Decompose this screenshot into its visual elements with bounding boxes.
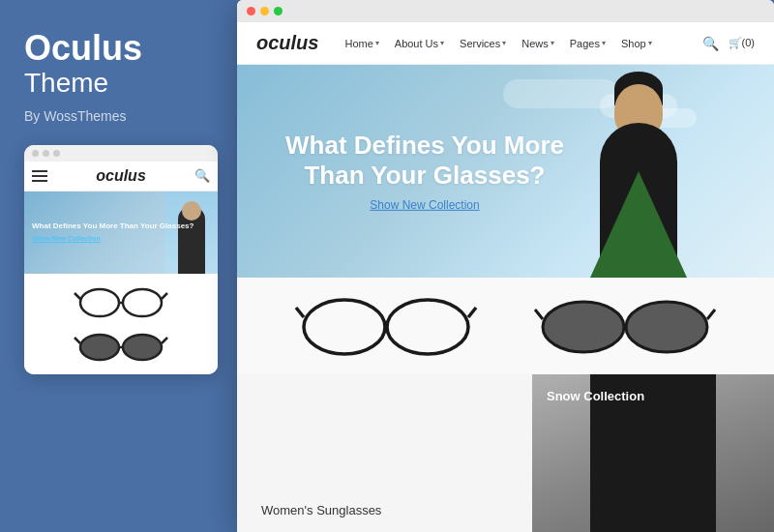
site-hero: What Defines You More Than Your Glasses?… xyxy=(237,65,774,278)
nav-services-arrow: ▾ xyxy=(502,39,506,47)
mobile-logo: oculus xyxy=(96,167,146,185)
svg-point-15 xyxy=(626,302,707,352)
svg-point-14 xyxy=(543,302,624,352)
mobile-glasses-dark-icon xyxy=(73,328,169,365)
mobile-hero: What Defines You More Than Your Glasses?… xyxy=(24,192,218,274)
mobile-hero-text: What Defines You More Than Your Glasses?… xyxy=(24,214,201,251)
mobile-glasses-1 xyxy=(34,283,208,320)
snow-collection-text: Snow Collection xyxy=(547,389,644,403)
bottom-left: Women's Sunglasses xyxy=(237,374,532,532)
nav-news-label: News xyxy=(521,38,549,49)
svg-line-8 xyxy=(74,338,80,343)
mobile-hero-heading: What Defines You More Than Your Glasses? xyxy=(32,222,194,231)
products-section xyxy=(237,278,774,374)
hamburger-icon[interactable] xyxy=(32,170,47,182)
svg-point-6 xyxy=(123,335,162,360)
left-panel: Oculus Theme By WossThemes oculus 🔍 What… xyxy=(0,0,237,532)
site-logo: oculus xyxy=(256,32,318,54)
svg-line-13 xyxy=(468,308,476,317)
brand-title: Oculus xyxy=(24,29,213,68)
hero-text-block: What Defines You More Than Your Glasses?… xyxy=(285,131,564,212)
mobile-hero-link[interactable]: Show New Collection xyxy=(32,234,194,243)
bottom-right: Snow Collection xyxy=(532,374,774,532)
svg-line-4 xyxy=(162,293,167,299)
cart-icon[interactable]: 🛒(0) xyxy=(729,37,755,49)
mobile-mockup: oculus 🔍 What Defines You More Than Your… xyxy=(24,145,218,374)
product-glasses-clear xyxy=(278,292,493,360)
nav-shop-arrow: ▾ xyxy=(648,39,652,47)
nav-about[interactable]: About Us ▾ xyxy=(388,34,451,53)
hero-link[interactable]: Show New Collection xyxy=(285,198,564,212)
svg-point-1 xyxy=(123,289,162,316)
mobile-search-icon[interactable]: 🔍 xyxy=(194,168,210,183)
browser-panel: oculus Home ▾ About Us ▾ Services ▾ News… xyxy=(237,0,774,532)
nav-home-label: Home xyxy=(344,38,372,49)
brand-by: By WossThemes xyxy=(24,108,213,124)
nav-items: Home ▾ About Us ▾ Services ▾ News ▾ Page… xyxy=(338,34,701,53)
browser-minimize-dot xyxy=(260,7,269,15)
bottom-section: Women's Sunglasses Snow Collection xyxy=(237,374,774,532)
nav-pages-label: Pages xyxy=(570,38,600,49)
nav-home-arrow: ▾ xyxy=(375,39,379,47)
nav-about-arrow: ▾ xyxy=(440,39,444,47)
mobile-dot-3 xyxy=(53,150,60,157)
brand-subtitle: Theme xyxy=(24,68,213,99)
svg-line-17 xyxy=(707,310,715,319)
svg-point-10 xyxy=(304,300,385,354)
glasses-dark-icon xyxy=(533,292,717,360)
svg-line-3 xyxy=(74,293,80,299)
hero-person xyxy=(551,65,726,278)
person-skirt xyxy=(590,171,687,278)
nav-news[interactable]: News ▾ xyxy=(515,34,561,53)
nav-home[interactable]: Home ▾ xyxy=(338,34,385,53)
mobile-nav: oculus 🔍 xyxy=(24,162,218,192)
mobile-glasses-section xyxy=(24,274,218,374)
browser-top-bar xyxy=(237,0,774,22)
svg-point-11 xyxy=(387,300,468,354)
mobile-top-bar xyxy=(24,145,218,162)
site-nav: oculus Home ▾ About Us ▾ Services ▾ News… xyxy=(237,22,774,65)
svg-line-9 xyxy=(162,338,167,343)
mobile-dot-2 xyxy=(43,150,49,157)
search-icon[interactable]: 🔍 xyxy=(702,36,719,51)
nav-shop[interactable]: Shop ▾ xyxy=(614,34,659,53)
nav-pages[interactable]: Pages ▾ xyxy=(563,34,612,53)
mobile-glasses-clear-icon xyxy=(73,283,169,320)
hero-heading-line1: What Defines You More xyxy=(285,131,564,161)
browser-content: oculus Home ▾ About Us ▾ Services ▾ News… xyxy=(237,22,774,532)
nav-services[interactable]: Services ▾ xyxy=(453,34,513,53)
nav-services-label: Services xyxy=(460,38,500,49)
womens-sunglasses-label: Women's Sunglasses xyxy=(261,503,508,517)
hero-heading: What Defines You More Than Your Glasses? xyxy=(285,131,564,191)
nav-news-arrow: ▾ xyxy=(551,39,554,47)
nav-pages-arrow: ▾ xyxy=(602,39,606,47)
svg-line-12 xyxy=(296,308,304,317)
svg-point-5 xyxy=(80,335,119,360)
product-glasses-dark xyxy=(518,292,733,360)
glasses-clear-icon xyxy=(294,292,478,360)
mobile-dot-1 xyxy=(32,150,39,157)
nav-shop-label: Shop xyxy=(621,38,646,49)
browser-maximize-dot xyxy=(274,7,283,15)
nav-about-label: About Us xyxy=(395,38,438,49)
mobile-glasses-2 xyxy=(34,328,208,365)
nav-right: 🔍 🛒(0) xyxy=(702,36,755,51)
svg-point-0 xyxy=(80,289,119,316)
browser-close-dot xyxy=(247,7,255,15)
svg-line-16 xyxy=(535,310,543,319)
hero-heading-line2: Than Your Glasses? xyxy=(285,161,564,191)
